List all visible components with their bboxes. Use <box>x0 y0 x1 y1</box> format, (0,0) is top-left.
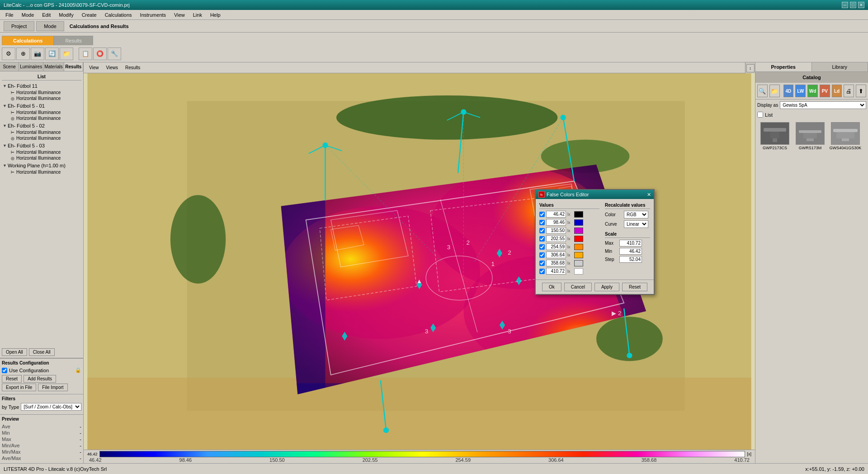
fce-min-input[interactable] <box>619 248 642 255</box>
add-results-button[interactable]: Add Results <box>24 375 56 383</box>
vp-menu-views[interactable]: Views <box>104 64 120 71</box>
fce-val-1[interactable] <box>546 211 566 218</box>
menu-instruments[interactable]: Instruments <box>137 11 170 19</box>
tree-group-header-working-plane[interactable]: ▼ Working Plane (h=1.00 m) <box>2 162 81 169</box>
toolbar-btn-4[interactable]: 🔄 <box>45 47 59 60</box>
file-import-button[interactable]: File Import <box>38 384 67 391</box>
menu-modify[interactable]: Modify <box>55 11 77 19</box>
left-tab-materials[interactable]: Materials <box>43 62 64 71</box>
cat-icon-pv[interactable]: PV <box>820 85 830 97</box>
cat-icon-export[interactable]: ⬆ <box>856 85 866 97</box>
tree-item-h-illum-3a[interactable]: ⊢Horizontal Illuminance <box>2 129 81 135</box>
tree-item-h-illum-1b[interactable]: ◎Horizontal Illuminance <box>2 95 81 101</box>
product-img-1[interactable] <box>760 122 789 145</box>
fce-val-3[interactable] <box>546 227 566 234</box>
fce-max-input[interactable] <box>619 240 642 246</box>
fce-apply-button[interactable]: Apply <box>594 283 619 291</box>
fce-color-4[interactable] <box>574 236 583 242</box>
toolbar-btn-5[interactable]: 📁 <box>60 47 73 60</box>
nav-mode[interactable]: Mode <box>36 21 64 31</box>
fce-color-7[interactable] <box>574 260 583 266</box>
fce-check-8[interactable] <box>539 269 545 274</box>
fce-val-8[interactable] <box>546 268 566 275</box>
menu-file[interactable]: File <box>2 11 17 19</box>
toolbar-btn-3[interactable]: 📷 <box>31 47 44 60</box>
toolbar-btn-6[interactable]: 📋 <box>79 47 92 60</box>
product-img-2[interactable] <box>796 122 825 145</box>
fce-check-6[interactable] <box>539 252 545 258</box>
minimize-button[interactable]: ─ <box>842 2 848 8</box>
tree-item-h-illum-5a[interactable]: ⊢Horizontal Illuminance <box>2 169 81 175</box>
cat-icon-print[interactable]: 🖨 <box>844 85 854 97</box>
vp-menu-results[interactable]: Results <box>123 64 142 71</box>
tree-item-h-illum-2a[interactable]: ⊢Horizontal Illuminance <box>2 109 81 115</box>
tree-item-h-illum-4a[interactable]: ⊢Horizontal Illuminance <box>2 149 81 155</box>
fce-check-4[interactable] <box>539 236 545 242</box>
fce-check-5[interactable] <box>539 244 545 250</box>
fce-check-7[interactable] <box>539 261 545 266</box>
tree-item-h-illum-1a[interactable]: ⊢Horizontal Illuminance <box>2 90 81 95</box>
use-config-checkbox[interactable] <box>2 368 7 373</box>
fce-cancel-button[interactable]: Cancel <box>564 283 592 291</box>
fce-close-icon[interactable]: ✕ <box>647 192 651 198</box>
toolbar-btn-8[interactable]: 🔧 <box>108 47 121 60</box>
fce-step-input[interactable] <box>619 256 642 263</box>
left-tab-results[interactable]: Results <box>64 62 83 71</box>
fce-curve-select[interactable]: Linear <box>624 220 648 228</box>
toolbar-btn-7[interactable]: ⭕ <box>93 47 107 60</box>
display-as-select[interactable]: Gewiss SpA <box>780 101 866 109</box>
cat-icon-folder[interactable]: 📁 <box>769 85 780 97</box>
menu-view[interactable]: View <box>170 11 189 19</box>
maximize-button[interactable]: □ <box>850 2 856 8</box>
tab-results[interactable]: Results <box>54 36 93 45</box>
fce-color-3[interactable] <box>574 228 583 234</box>
cat-icon-ld[interactable]: Ld <box>832 85 842 97</box>
cat-icon-wd[interactable]: Wd <box>807 85 818 97</box>
left-tab-luminaires[interactable]: Luminaires <box>19 62 43 71</box>
open-all-button[interactable]: Open All <box>2 348 27 356</box>
fce-val-6[interactable] <box>546 251 566 258</box>
menu-help[interactable]: Help <box>207 11 224 19</box>
fce-color-1[interactable] <box>574 211 583 218</box>
reset-button[interactable]: Reset <box>2 375 22 383</box>
fce-check-3[interactable] <box>539 228 545 233</box>
tab-calculations[interactable]: Calculations <box>2 36 54 45</box>
vp-menu-view[interactable]: View <box>87 64 101 71</box>
list-checkbox[interactable] <box>757 112 763 118</box>
cat-icon-search[interactable]: 🔍 <box>757 85 768 97</box>
fce-check-2[interactable] <box>539 220 545 225</box>
fce-val-4[interactable] <box>546 235 566 242</box>
close-all-button[interactable]: Close All <box>29 348 55 356</box>
tree-item-h-illum-2b[interactable]: ◎Horizontal Illuminance <box>2 115 81 121</box>
tree-group-header-futbol11[interactable]: ▼ Eh- Fútbol 11 <box>2 82 81 90</box>
menu-link[interactable]: Link <box>189 11 206 19</box>
tree-group-header-futbol5-02[interactable]: ▼ Eh- Fútbol 5 - 02 <box>2 122 81 129</box>
tree-group-header-futbol5-01[interactable]: ▼ Eh- Fútbol 5 - 01 <box>2 102 81 109</box>
left-tab-scene[interactable]: Scene <box>0 62 19 71</box>
cat-icon-4d[interactable]: 4D <box>783 85 794 97</box>
export-file-button[interactable]: Export in File <box>2 384 36 391</box>
menu-calculations[interactable]: Calculations <box>101 11 136 19</box>
right-tab-properties[interactable]: Properties <box>755 62 812 71</box>
toolbar-btn-2[interactable]: ⊕ <box>16 47 30 60</box>
menu-edit[interactable]: Edit <box>38 11 54 19</box>
fce-color-select[interactable]: RGB <box>624 211 648 218</box>
fce-color-6[interactable] <box>574 252 583 258</box>
side-btn-1[interactable]: ↕ <box>746 64 755 72</box>
fce-color-8[interactable] <box>574 268 583 275</box>
menu-mode[interactable]: Mode <box>18 11 38 19</box>
product-img-3[interactable] <box>831 122 860 145</box>
nav-project[interactable]: Project <box>4 21 34 31</box>
fce-reset-button[interactable]: Reset <box>622 283 647 291</box>
fce-color-2[interactable] <box>574 219 583 226</box>
fce-val-5[interactable] <box>546 243 566 250</box>
right-tab-library[interactable]: Library <box>812 62 868 71</box>
filter-type-select[interactable]: [Surf / Zoom / Calc-Obs] <box>21 403 81 411</box>
tree-group-header-futbol5-03[interactable]: ▼ Eh- Fútbol 5 - 03 <box>2 142 81 149</box>
cat-icon-lw[interactable]: LW <box>795 85 806 97</box>
fce-val-2[interactable] <box>546 219 566 226</box>
fce-val-7[interactable] <box>546 260 566 266</box>
fce-ok-button[interactable]: Ok <box>542 283 561 291</box>
tree-item-h-illum-3b[interactable]: ◎Horizontal Illuminance <box>2 135 81 141</box>
tree-item-h-illum-4b[interactable]: ◎Horizontal Illuminance <box>2 155 81 161</box>
